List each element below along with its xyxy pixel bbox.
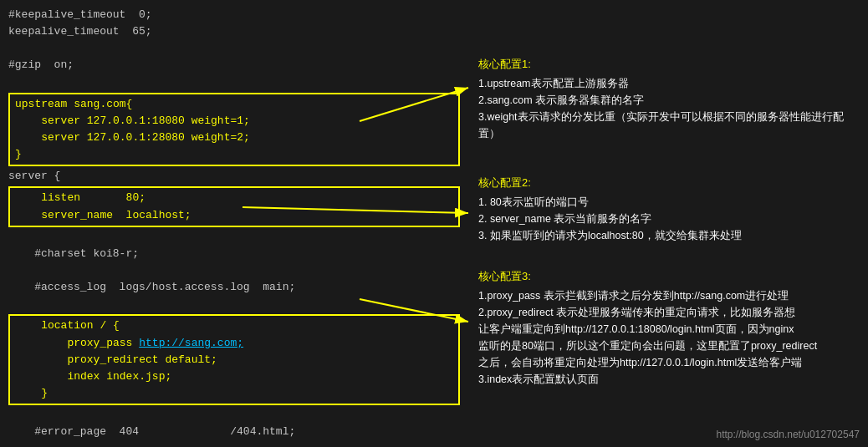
annotation-item2-1: 1. 80表示监听的端口号: [478, 194, 858, 211]
annotation-item3-3: 让客户端重定向到http://127.0.0.1:18080/login.htm…: [478, 321, 858, 338]
annotation-item2-3: 3. 如果监听到的请求为localhost:80，就交给集群来处理: [478, 227, 858, 244]
annotation-section3: 核心配置3: 1.proxy_pass 表示拦截到请求之后分发到http://s…: [478, 269, 858, 388]
main-container: #keepalive_timeout 0; keepalive_timeout …: [0, 0, 868, 447]
location-line1: location / {: [15, 317, 453, 334]
listen-line1: listen 80;: [15, 190, 453, 206]
annotation-title1: 核心配置1:: [478, 57, 858, 72]
annotation-section2: 核心配置2: 1. 80表示监听的端口号 2. server_name 表示当前…: [478, 175, 858, 244]
upstream-line2: server 127.0.0.1:18080 weight=1;: [15, 113, 453, 130]
annotation-item1-1: 1.upstream表示配置上游服务器: [478, 75, 858, 92]
annotation-item1-2: 2.sang.com 表示服务器集群的名字: [478, 92, 858, 109]
code-line-gzip: #gzip on;: [8, 57, 460, 74]
proxy-pass-link: http://sang.com;: [139, 337, 243, 349]
server-start: server {: [8, 168, 460, 185]
code-panel: #keepalive_timeout 0; keepalive_timeout …: [0, 0, 468, 447]
listen-block: listen 80; server_name localhost;: [8, 186, 460, 226]
server-name-line: server_name localhost;: [15, 207, 453, 224]
annotation-item3-5: 之后，会自动将重定向处理为http://127.0.0.1/login.html…: [478, 354, 858, 371]
code-line-blank1: [8, 40, 460, 57]
code-line-keepalive: keepalive_timeout 65;: [8, 23, 460, 40]
location-block: location / { proxy_pass http://sang.com;…: [8, 314, 460, 405]
blank6: [8, 407, 460, 424]
blank3: [8, 229, 460, 246]
upstream-block: upstream sang.com{ server 127.0.0.1:1808…: [8, 93, 460, 167]
annotation-item3-2: 2.proxy_redirect 表示处理服务端传来的重定向请求，比如服务器想: [478, 304, 858, 321]
annotation-item1-3: 3.weight表示请求的分发比重（实际开发中可以根据不同的服务器性能进行配置）: [478, 109, 858, 142]
upstream-line1: upstream sang.com{: [15, 96, 453, 113]
access-log-line: #access_log logs/host.access.log main;: [8, 279, 460, 296]
blank4: [8, 262, 460, 279]
annotation-panel: 核心配置1: 1.upstream表示配置上游服务器 2.sang.com 表示…: [468, 0, 868, 447]
annotation-item3-6: 3.index表示配置默认页面: [478, 371, 858, 388]
code-line-blank2: [8, 74, 460, 91]
blank7: [8, 440, 460, 447]
annotation-item2-2: 2. server_name 表示当前服务的名字: [478, 211, 858, 227]
location-line4: index index.jsp;: [15, 368, 453, 385]
charset-line: #charset koi8-r;: [8, 246, 460, 262]
upstream-line3: server 127.0.0.1:28080 weight=2;: [15, 130, 453, 146]
annotation-item3-4: 监听的是80端口，所以这个重定向会出问题，这里配置了proxy_redirect: [478, 338, 858, 354]
annotation-section1: 核心配置1: 1.upstream表示配置上游服务器 2.sang.com 表示…: [478, 57, 858, 142]
location-line2: proxy_pass http://sang.com;: [15, 335, 453, 352]
error-page-404: #error_page 404 /404.html;: [8, 424, 460, 440]
code-line-keepalive-comment: #keepalive_timeout 0;: [8, 7, 460, 23]
annotation-item3-1: 1.proxy_pass 表示拦截到请求之后分发到http://sang.com…: [478, 287, 858, 304]
location-line3: proxy_redirect default;: [15, 352, 453, 368]
annotation-title3: 核心配置3:: [478, 269, 858, 284]
blank5: [8, 296, 460, 312]
watermark: http://blog.csdn.net/u012702547: [717, 429, 860, 440]
upstream-line4: }: [15, 146, 453, 163]
location-line5: }: [15, 385, 453, 402]
annotation-title2: 核心配置2:: [478, 175, 858, 190]
